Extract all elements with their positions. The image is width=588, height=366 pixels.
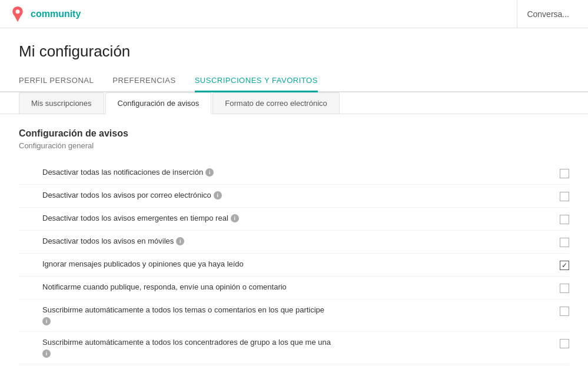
- settings-row-disable-mobile: Desactivar todos los avisos en móviles i: [19, 231, 569, 254]
- checkbox-notify-post[interactable]: [560, 284, 569, 293]
- subtab-mis-suscripciones[interactable]: Mis suscripciones: [19, 92, 104, 114]
- settings-row-auto-groups: Suscribirme automáticamente a todos los …: [19, 332, 569, 364]
- control-disable-mobile: [534, 237, 569, 247]
- info-text-auto-groups: i: [42, 349, 52, 358]
- subtab-config-avisos[interactable]: Configuración de avisos: [105, 92, 212, 114]
- settings-row-disable-inline: Desactivar todas las notificaciones de i…: [19, 162, 569, 185]
- header: community Conversa...: [0, 0, 588, 28]
- text-disable-mobile: Desactivar todos los avisos en móviles: [42, 237, 174, 245]
- community-label[interactable]: community: [31, 9, 81, 19]
- logo-area: community: [9, 6, 81, 22]
- checkbox-auto-groups[interactable]: [560, 339, 569, 348]
- tab-preferencias[interactable]: PREFERENCIAS: [112, 70, 175, 92]
- text-disable-popup: Desactivar todos los avisos emergentes e…: [42, 214, 228, 222]
- text-disable-email: Desactivar todos los avisos por correo e…: [42, 191, 211, 199]
- label-disable-mobile: Desactivar todos los avisos en móviles i: [19, 237, 534, 245]
- info-icon-disable-mobile[interactable]: i: [176, 237, 184, 245]
- checkbox-disable-mobile[interactable]: [560, 238, 569, 247]
- label-disable-inline: Desactivar todas las notificaciones de i…: [19, 168, 534, 177]
- text-ignore-read: Ignorar mensajes publicados y opiniones …: [42, 259, 244, 268]
- text-notify-post: Notificarme cuando publique, responda, e…: [42, 282, 287, 291]
- control-auto-groups: [534, 338, 569, 348]
- label-notify-post: Notificarme cuando publique, responda, e…: [19, 282, 534, 291]
- info-icon-auto-groups[interactable]: i: [42, 350, 51, 358]
- checkbox-ignore-read[interactable]: [560, 261, 569, 270]
- checkbox-disable-email[interactable]: [560, 192, 569, 201]
- tab-perfil-personal[interactable]: PERFIL PERSONAL: [19, 70, 94, 92]
- control-notify-post: [534, 282, 569, 293]
- info-text-auto-topics: i: [42, 317, 52, 325]
- section-subtitle: Configuración general: [19, 141, 569, 150]
- label-disable-email: Desactivar todos los avisos por correo e…: [19, 191, 534, 199]
- sub-tabs: Mis suscripciones Configuración de aviso…: [0, 92, 588, 114]
- text-auto-groups: Suscribirme automáticamente a todos los …: [42, 338, 331, 347]
- control-disable-email: [534, 191, 569, 201]
- settings-row-notify-post: Notificarme cuando publique, responda, e…: [19, 277, 569, 300]
- checkbox-disable-inline[interactable]: [560, 169, 569, 178]
- label-auto-topics: Suscribirme automáticamente a todos los …: [19, 305, 534, 325]
- info-icon-auto-topics[interactable]: i: [42, 317, 51, 325]
- control-ignore-read: [534, 259, 569, 270]
- checkbox-disable-popup[interactable]: [560, 215, 569, 224]
- label-auto-groups: Suscribirme automáticamente a todos los …: [19, 338, 534, 358]
- info-icon-disable-popup[interactable]: i: [231, 214, 239, 222]
- tab-suscripciones[interactable]: SUSCRIPCIONES Y FAVORITOS: [195, 70, 318, 92]
- page-title: Mi configuración: [19, 42, 569, 61]
- airbnb-logo-icon: [9, 6, 26, 22]
- content-area: Configuración de avisos Configuración ge…: [0, 114, 588, 366]
- nav-conversations[interactable]: Conversa...: [517, 0, 579, 28]
- settings-row-ignore-read: Ignorar mensajes publicados y opiniones …: [19, 254, 569, 277]
- control-disable-inline: [534, 168, 569, 178]
- settings-row-disable-popup: Desactivar todos los avisos emergentes e…: [19, 208, 569, 231]
- info-icon-disable-inline[interactable]: i: [205, 168, 214, 177]
- main-tabs: PERFIL PERSONAL PREFERENCIAS SUSCRIPCION…: [0, 70, 588, 92]
- label-disable-popup: Desactivar todos los avisos emergentes e…: [19, 214, 534, 222]
- label-ignore-read: Ignorar mensajes publicados y opiniones …: [19, 259, 534, 268]
- text-auto-topics: Suscribirme automáticamente a todos los …: [42, 305, 324, 314]
- text-disable-inline: Desactivar todas las notificaciones de i…: [42, 168, 203, 177]
- section-title: Configuración de avisos: [19, 128, 569, 139]
- control-disable-popup: [534, 214, 569, 224]
- info-icon-disable-email[interactable]: i: [214, 191, 222, 199]
- settings-row-disable-email: Desactivar todos los avisos por correo e…: [19, 185, 569, 208]
- control-auto-topics: [534, 305, 569, 316]
- subtab-formato-correo[interactable]: Formato de correo electrónico: [212, 92, 339, 114]
- settings-row-auto-topics: Suscribirme automáticamente a todos los …: [19, 300, 569, 332]
- checkbox-auto-topics[interactable]: [560, 307, 569, 316]
- page-title-wrap: Mi configuración: [0, 28, 588, 70]
